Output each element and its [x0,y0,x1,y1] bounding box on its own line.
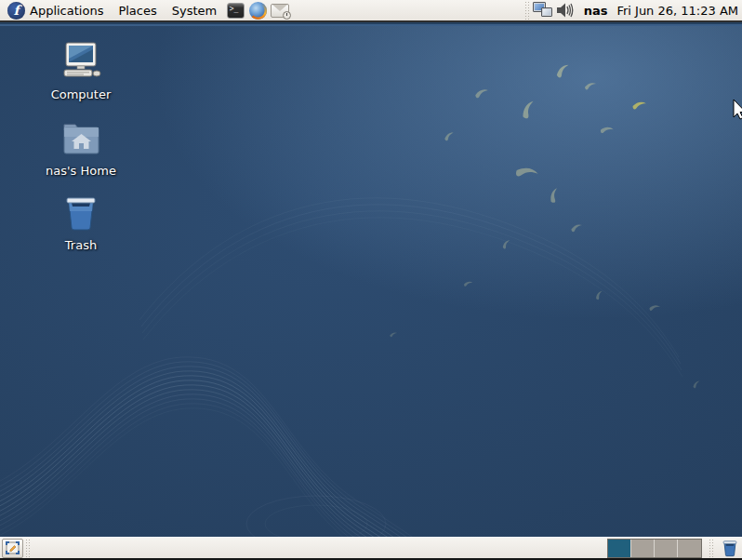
clock-applet[interactable]: Fri Jun 26, 11:23 AM [616,4,742,18]
desktop-icon-computer[interactable]: Computer [40,41,122,101]
trash-applet[interactable] [721,539,739,558]
computer-icon [59,41,103,84]
trash-applet-handle[interactable] [709,539,714,557]
workspace-2[interactable] [631,540,655,557]
menu-applications-label: Applications [30,4,103,18]
volume-applet[interactable] [554,0,576,21]
desktop-background[interactable]: Computer nas's Home [0,24,742,537]
workspace-4[interactable] [678,540,701,557]
wallpaper-art [0,26,742,537]
trash-applet-icon [721,539,739,558]
desktop-icon-label: Computer [40,87,122,101]
network-applet[interactable] [532,0,554,21]
email-launcher[interactable] [269,0,291,21]
menu-places[interactable]: Places [111,0,164,21]
mouse-cursor [733,99,742,121]
menu-system[interactable]: System [165,0,224,21]
user-switcher[interactable]: nas [576,4,617,18]
desktop-icon-label: nas's Home [40,164,122,178]
workspace-switcher [607,539,702,558]
desktop-icon-trash[interactable]: Trash [40,192,122,252]
home-folder-icon [60,119,102,158]
window-list-handle[interactable] [25,539,31,557]
menu-places-label: Places [118,4,156,18]
workspace-3[interactable] [655,540,678,557]
firefox-icon [249,2,267,20]
bottom-panel [0,537,742,560]
firefox-launcher[interactable] [246,0,269,21]
terminal-launcher[interactable]: >_ [224,0,246,21]
email-clock-icon [271,4,289,18]
desktop-icon-label: Trash [40,238,122,252]
volume-icon [556,2,575,19]
trash-icon [60,193,101,233]
show-desktop-icon [6,541,20,554]
workspace-1[interactable] [608,540,631,557]
menu-system-label: System [172,4,217,18]
network-icon [533,2,553,19]
desktop-screen: f Applications Places System >_ [0,0,742,560]
menu-applications[interactable]: f Applications [0,0,111,21]
desktop-icon-home[interactable]: nas's Home [40,117,122,178]
show-desktop-button[interactable] [2,539,23,558]
notification-area-handle[interactable] [524,1,530,20]
fedora-logo-icon: f [7,2,25,20]
top-panel: f Applications Places System >_ [0,0,742,22]
terminal-icon: >_ [227,3,245,19]
